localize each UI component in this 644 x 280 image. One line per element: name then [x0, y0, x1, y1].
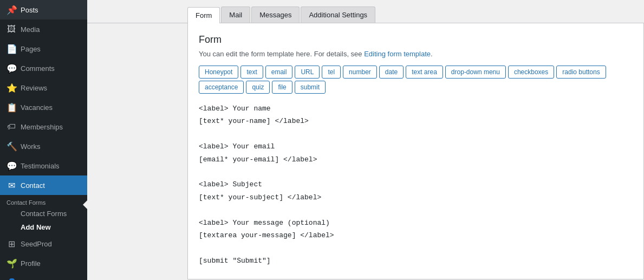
editing-form-template-link[interactable]: Editing form template	[364, 50, 431, 58]
tag-button-text-area[interactable]: text area	[406, 66, 443, 79]
code-line	[199, 166, 633, 178]
sidebar-item-reviews[interactable]: ⭐ Reviews	[0, 78, 87, 97]
code-line: [text* your-name] </label>	[199, 115, 633, 127]
sidebar-item-label: Posts	[21, 6, 38, 14]
active-arrow	[83, 200, 87, 209]
sidebar-item-label: Vacancies	[21, 103, 53, 112]
reviews-icon: ⭐	[6, 83, 16, 93]
sidebar-item-label: Contact	[21, 181, 45, 190]
code-line: [submit "Submit"]	[199, 255, 633, 267]
sidebar-item-testimonials[interactable]: 💬 Testimonials	[0, 156, 87, 175]
sidebar-item-label: Comments	[21, 64, 55, 73]
form-description-end: .	[431, 50, 433, 58]
code-line	[199, 128, 633, 140]
pages-icon: 📄	[6, 44, 16, 54]
sidebar-subitem-contact-forms[interactable]: Contact Forms	[0, 207, 87, 220]
code-line: [email* your-email] </label>	[199, 153, 633, 166]
seedprod-icon: 🌱	[6, 258, 16, 269]
tab-form[interactable]: Form	[187, 7, 220, 23]
contact-forms-label: Contact Forms	[0, 195, 87, 207]
tag-button-honeypot[interactable]: Honeypot	[199, 66, 238, 79]
memberships-icon: 🏷	[6, 122, 16, 132]
works-icon: 🔨	[6, 141, 16, 152]
main-content: Form Mail Messages Additional Settings F…	[87, 0, 644, 280]
tag-button-radio-buttons[interactable]: radio buttons	[556, 66, 606, 79]
form-code-area[interactable]: <label> Your name [text* your-name] </la…	[199, 102, 633, 267]
sidebar: 📌 Posts 🖼 Media 📄 Pages 💬 Comments ⭐ Rev…	[0, 0, 87, 280]
code-line	[199, 242, 633, 254]
code-line: <label> Your message (optional)	[199, 217, 633, 229]
sidebar-item-vacancies[interactable]: 📋 Vacancies	[0, 97, 87, 117]
vc-sidebars-icon: ⊞	[6, 239, 16, 249]
media-icon: 🖼	[6, 24, 16, 34]
sidebar-item-label: Reviews	[21, 84, 47, 92]
form-section-title: Form	[199, 34, 633, 45]
tag-button-acceptance[interactable]: acceptance	[199, 81, 244, 94]
sidebar-item-label: Pages	[21, 45, 41, 53]
sidebar-item-memberships[interactable]: 🏷 Memberships	[0, 117, 87, 136]
tag-button-tel[interactable]: tel	[322, 66, 341, 79]
sidebar-item-vc-sidebars[interactable]: ⊞ SeedProd	[0, 234, 87, 253]
sidebar-item-contact[interactable]: ✉ Contact	[0, 175, 87, 195]
contact-icon: ✉	[6, 180, 16, 191]
code-line: <label> Your name	[199, 102, 633, 115]
testimonials-icon: 💬	[6, 161, 16, 171]
sidebar-item-media[interactable]: 🖼 Media	[0, 19, 87, 39]
tag-button-submit[interactable]: submit	[295, 81, 326, 94]
sidebar-item-comments[interactable]: 💬 Comments	[0, 58, 87, 78]
sidebar-item-label: Testimonials	[21, 162, 60, 170]
code-line: [textarea your-message] </label>	[199, 229, 633, 242]
code-line: [text* your-subject] </label>	[199, 191, 633, 204]
sidebar-item-seedprod[interactable]: 🌱 Profile	[0, 253, 87, 273]
tag-button-url[interactable]: URL	[295, 66, 320, 79]
code-line: <label> Your email	[199, 140, 633, 153]
tag-buttons-container: HoneypottextemailURLtelnumberdatetext ar…	[199, 66, 633, 94]
tabs-bar: Form Mail Messages Additional Settings	[87, 0, 644, 23]
comments-icon: 💬	[6, 63, 16, 74]
tag-button-text[interactable]: text	[240, 66, 263, 79]
tag-button-date[interactable]: date	[379, 66, 404, 79]
sidebar-item-label: Memberships	[21, 123, 63, 131]
tab-messages[interactable]: Messages	[251, 6, 300, 23]
sidebar-subitem-add-new[interactable]: Add New	[0, 220, 87, 234]
tag-button-checkboxes[interactable]: checkboxes	[508, 66, 554, 79]
sidebar-item-label: Works	[21, 142, 41, 151]
profile-icon: 👤	[6, 278, 16, 281]
sidebar-item-label: Media	[21, 25, 40, 34]
form-description-text: You can edit the form template here. For…	[199, 50, 364, 58]
tab-additional-settings[interactable]: Additional Settings	[301, 6, 375, 23]
vacancies-icon: 📋	[6, 102, 16, 113]
code-line: <label> Subject	[199, 178, 633, 191]
tag-button-quiz[interactable]: quiz	[246, 81, 270, 94]
code-line	[199, 204, 633, 216]
tab-mail[interactable]: Mail	[221, 6, 250, 23]
sidebar-item-label: SeedProd	[21, 240, 52, 248]
sidebar-item-posts[interactable]: 📌 Posts	[0, 0, 87, 19]
tag-button-email[interactable]: email	[265, 66, 293, 79]
sidebar-item-label: Profile	[21, 259, 41, 268]
sidebar-item-pages[interactable]: 📄 Pages	[0, 39, 87, 58]
tag-button-file[interactable]: file	[272, 81, 292, 94]
contact-submenu: Contact Forms Contact Forms Add New	[0, 195, 87, 234]
sidebar-item-works[interactable]: 🔨 Works	[0, 136, 87, 156]
posts-icon: 📌	[6, 5, 16, 15]
form-description: You can edit the form template here. For…	[199, 50, 633, 58]
form-content-area: Form You can edit the form template here…	[187, 23, 644, 279]
tag-button-drop-down-menu[interactable]: drop-down menu	[445, 66, 506, 79]
sidebar-item-profile[interactable]: 👤 Profile	[0, 273, 87, 280]
tag-button-number[interactable]: number	[343, 66, 377, 79]
